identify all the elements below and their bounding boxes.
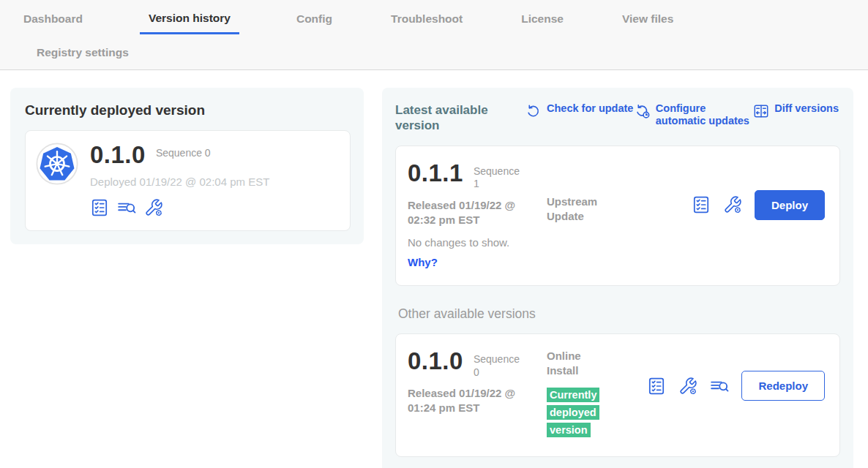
deployed-timestamp: Deployed 01/19/22 @ 02:04 pm EST: [90, 176, 269, 188]
deployed-version-card: 0.1.0 Sequence 0 Deployed 01/19/22 @ 02:…: [25, 130, 351, 231]
deploy-button[interactable]: Deploy: [755, 190, 825, 220]
configure-automatic-updates-label: Configure automatic updates: [656, 102, 752, 128]
diff-versions-icon: [753, 103, 769, 119]
other-versions-title: Other available versions: [398, 306, 840, 322]
latest-released-timestamp: Released 01/19/22 @ 02:32 pm EST: [408, 198, 538, 228]
tab-view-files[interactable]: View files: [621, 11, 675, 34]
available-updates-panel: Latest available version Check for updat…: [382, 88, 853, 468]
tab-registry-settings[interactable]: Registry settings: [35, 45, 130, 58]
preflight-checklist-icon[interactable]: [692, 195, 711, 214]
configure-automatic-updates-link[interactable]: Configure automatic updates: [635, 102, 752, 128]
update-actions: Check for update Configure automatic upd…: [525, 102, 840, 128]
latest-version-details: 0.1.1 Sequence 1 Released 01/19/22 @ 02:…: [408, 161, 547, 270]
tab-troubleshoot[interactable]: Troubleshoot: [389, 11, 464, 34]
preflight-checklist-icon[interactable]: [90, 198, 109, 217]
other-sequence-label: Sequence 0: [474, 349, 523, 379]
redeploy-button[interactable]: Redeploy: [741, 371, 825, 401]
other-version-card: 0.1.0 Sequence 0 Released 01/19/22 @ 01:…: [395, 333, 840, 457]
why-link[interactable]: Why?: [408, 256, 438, 268]
config-values-icon[interactable]: [678, 377, 697, 396]
tab-config[interactable]: Config: [295, 11, 334, 34]
config-values-icon[interactable]: [144, 198, 163, 217]
kubernetes-app-icon: [36, 143, 78, 185]
currently-deployed-panel: Currently deployed version: [10, 88, 364, 244]
other-released-timestamp: Released 01/19/22 @ 01:24 pm EST: [408, 386, 538, 416]
nav-row-2: Registry settings: [0, 34, 868, 69]
latest-sequence-label: Sequence 1: [474, 161, 523, 191]
other-version-source: Online Install: [547, 349, 605, 379]
latest-version-card: 0.1.1 Sequence 1 Released 01/19/22 @ 02:…: [395, 146, 840, 287]
refresh-icon: [525, 103, 542, 119]
tab-version-history[interactable]: Version history: [140, 10, 239, 34]
diff-versions-link[interactable]: Diff versions: [753, 102, 839, 128]
deployed-version-number: 0.1.0: [90, 143, 146, 167]
check-for-update-label: Check for update: [547, 102, 633, 128]
top-navigation: Dashboard Version history Config Trouble…: [0, 0, 868, 70]
main-content: Currently deployed version: [0, 70, 868, 468]
currently-deployed-badge-text: Currently deployed version: [547, 388, 599, 437]
deploy-logs-icon[interactable]: [710, 377, 729, 396]
diff-versions-label: Diff versions: [774, 102, 839, 128]
latest-version-source: Upstream Update: [547, 195, 605, 224]
currently-deployed-badge: Currently deployed version: [547, 386, 611, 439]
deployed-version-details: 0.1.0 Sequence 0 Deployed 01/19/22 @ 02:…: [90, 143, 269, 217]
other-version-details: 0.1.0 Sequence 0 Released 01/19/22 @ 01:…: [408, 349, 547, 416]
preflight-checklist-icon[interactable]: [647, 377, 666, 396]
nav-row-1: Dashboard Version history Config Trouble…: [0, 10, 868, 34]
check-for-update-link[interactable]: Check for update: [525, 102, 633, 128]
no-changes-text: No changes to show.: [408, 236, 547, 249]
auto-update-icon: [635, 103, 651, 119]
latest-version-number: 0.1.1: [408, 161, 463, 185]
tab-license[interactable]: License: [520, 11, 565, 34]
deploy-logs-icon[interactable]: [117, 198, 136, 217]
latest-available-title: Latest available version: [395, 102, 506, 134]
deployed-sequence-label: Sequence 0: [156, 143, 211, 160]
currently-deployed-title: Currently deployed version: [25, 102, 351, 118]
other-version-number: 0.1.0: [408, 349, 463, 373]
config-values-icon[interactable]: [723, 195, 742, 214]
tab-dashboard[interactable]: Dashboard: [22, 11, 84, 34]
